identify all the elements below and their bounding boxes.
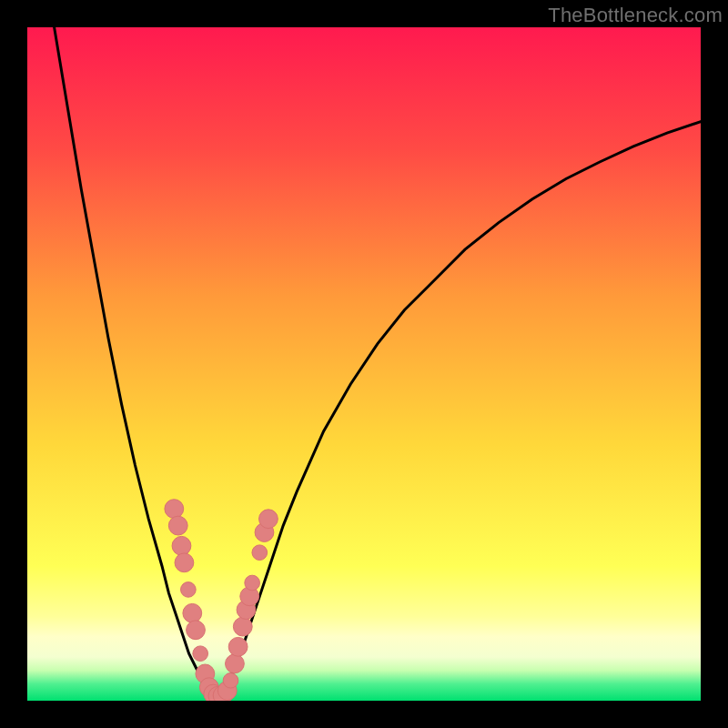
data-marker xyxy=(175,553,194,572)
data-marker xyxy=(172,536,191,555)
data-marker xyxy=(233,617,252,636)
chart-frame xyxy=(27,27,701,701)
data-marker xyxy=(228,637,248,656)
data-marker xyxy=(226,654,245,673)
data-marker xyxy=(187,621,206,640)
chart-svg xyxy=(27,27,701,701)
data-marker xyxy=(259,510,278,529)
watermark-text: TheBottleneck.com xyxy=(548,4,723,27)
data-marker xyxy=(245,575,260,591)
data-marker xyxy=(168,516,187,535)
data-marker xyxy=(165,500,184,519)
data-marker xyxy=(252,545,268,561)
data-marker xyxy=(183,603,202,622)
data-marker xyxy=(223,672,238,688)
data-marker xyxy=(193,646,208,662)
data-marker xyxy=(181,582,197,598)
